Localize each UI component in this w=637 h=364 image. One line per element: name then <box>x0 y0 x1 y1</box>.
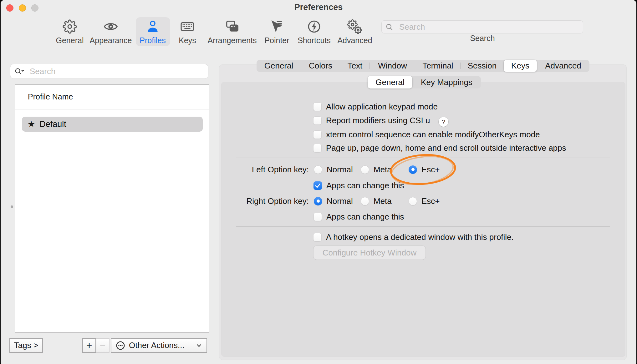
cursor-icon <box>270 18 284 35</box>
checkbox-row-scroll-outside: Page up, page down, home and end scroll … <box>313 141 566 155</box>
window-edge-dot <box>11 205 13 208</box>
checkbox-row-keypad-mode: Allow application keypad mode <box>313 100 438 114</box>
bolt-circle-icon <box>307 18 321 35</box>
toolbar-search-input[interactable] <box>381 20 583 33</box>
left-option-meta: Meta <box>361 163 392 176</box>
profile-row-default[interactable]: ★ Default <box>22 117 203 132</box>
chevron-down-icon <box>195 342 203 349</box>
tab-terminal[interactable]: Terminal <box>415 60 461 72</box>
tab-advanced[interactable]: Advanced <box>537 60 589 72</box>
star-icon: ★ <box>28 119 35 129</box>
hotkey-checkbox[interactable] <box>313 233 322 241</box>
tab-text[interactable]: Text <box>340 60 370 72</box>
tab-window[interactable]: Window <box>370 60 415 72</box>
subtab-key-mappings[interactable]: Key Mappings <box>412 76 481 88</box>
scroll-outside-checkbox[interactable] <box>313 144 322 152</box>
toolbar-search-caption: Search <box>451 34 514 43</box>
checkbox-row-modify-other-keys: xterm control sequence can enable modify… <box>313 128 540 141</box>
help-button[interactable]: ? <box>439 117 448 127</box>
right-option-meta: Meta <box>361 194 392 208</box>
preferences-window: Preferences General Appearance Profiles <box>1 0 636 364</box>
right-option-meta-radio[interactable] <box>361 197 369 205</box>
hotkey-row: A hotkey opens a dedicated window with t… <box>313 230 514 244</box>
double-gear-icon <box>347 18 363 35</box>
tab-colors[interactable]: Colors <box>301 60 340 72</box>
left-option-normal-radio[interactable] <box>314 165 322 174</box>
modify-other-keys-checkbox[interactable] <box>313 130 322 139</box>
search-icon <box>385 23 394 31</box>
list-header-divider <box>15 109 209 109</box>
left-option-esc: Esc+ <box>409 163 440 176</box>
right-option-esc-radio[interactable] <box>409 197 417 205</box>
right-option-esc: Esc+ <box>409 194 440 208</box>
other-actions-dropdown[interactable]: Other Actions... <box>111 338 207 353</box>
subtab-general[interactable]: General <box>368 76 412 88</box>
toolbar-item-general[interactable]: General <box>46 18 93 47</box>
keys-subtab-bar: General Key Mappings <box>368 76 481 88</box>
profile-list-header: Profile Name <box>28 92 73 101</box>
tags-button[interactable]: Tags > <box>9 338 43 353</box>
right-apps-can-change-row: Apps can change this <box>313 210 404 224</box>
left-apps-can-change-row: Apps can change this <box>313 179 404 192</box>
csi-u-checkbox[interactable] <box>313 116 322 125</box>
toolbar-item-keys[interactable]: Keys <box>164 18 211 47</box>
tab-keys[interactable]: Keys <box>504 60 537 72</box>
profile-search-input[interactable] <box>10 64 208 79</box>
profile-list[interactable]: Profile Name ★ Default <box>15 84 209 333</box>
right-option-key-label: Right Option key: <box>217 194 309 208</box>
circle-ellipsis-icon <box>115 340 126 351</box>
left-option-key-label: Left Option key: <box>217 163 309 176</box>
window-title: Preferences <box>256 3 381 12</box>
close-button[interactable] <box>6 4 13 12</box>
toolbar-item-shortcuts[interactable]: Shortcuts <box>291 18 338 47</box>
left-option-esc-radio[interactable] <box>409 165 417 174</box>
toolbar-item-advanced[interactable]: Advanced <box>331 18 378 47</box>
gear-icon <box>63 18 77 35</box>
right-apps-can-change-checkbox[interactable] <box>313 213 322 221</box>
configure-hotkey-window-button[interactable]: Configure Hotkey Window <box>313 246 426 260</box>
keypad-mode-checkbox[interactable] <box>313 103 322 111</box>
tab-general[interactable]: General <box>257 60 301 72</box>
search-with-scope-icon[interactable] <box>14 67 25 76</box>
add-profile-button[interactable]: + <box>82 338 96 353</box>
profile-name: Default <box>39 119 66 129</box>
tab-session[interactable]: Session <box>461 60 504 72</box>
checkbox-row-csi-u: Report modifiers using CSI u <box>313 114 430 127</box>
minimize-button[interactable] <box>19 4 26 12</box>
toolbar-divider <box>1 49 636 49</box>
person-icon <box>145 18 160 35</box>
left-option-normal: Normal <box>314 163 353 176</box>
windows-icon <box>225 18 240 35</box>
toolbar-item-appearance[interactable]: Appearance <box>87 18 134 47</box>
left-option-meta-radio[interactable] <box>361 165 369 174</box>
section-divider <box>236 226 610 227</box>
zoom-button <box>31 4 38 12</box>
right-option-normal-radio[interactable] <box>314 197 322 205</box>
left-apps-can-change-checkbox[interactable] <box>313 181 322 190</box>
remove-profile-button[interactable]: − <box>96 338 110 353</box>
section-divider <box>236 158 610 158</box>
toolbar-item-arrangements[interactable]: Arrangements <box>209 18 256 47</box>
keyboard-icon <box>180 18 195 35</box>
right-option-normal: Normal <box>314 194 353 208</box>
profile-tab-bar: General Colors Text Window Terminal Sess… <box>257 60 589 72</box>
eye-icon <box>103 18 119 35</box>
